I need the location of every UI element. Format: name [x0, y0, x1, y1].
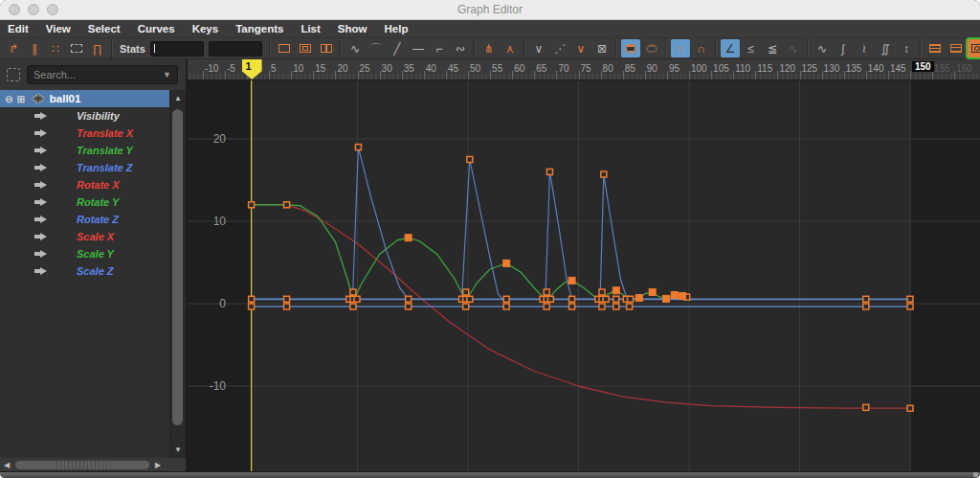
- keyframe[interactable]: [569, 304, 575, 309]
- flat-tangents-button[interactable]: —: [409, 39, 428, 57]
- scroll-up-icon[interactable]: ▲: [170, 94, 186, 102]
- keyframe[interactable]: [249, 202, 255, 208]
- break-tangents-button[interactable]: ⋔: [479, 39, 499, 57]
- normalized-view-button[interactable]: ≦: [763, 39, 782, 57]
- channel-row-translate-z[interactable]: Translate Z: [0, 159, 169, 176]
- keyframe[interactable]: [284, 296, 290, 302]
- free-tangent-weight-button[interactable]: ⋰: [550, 39, 569, 57]
- resize-grip[interactable]: [973, 472, 978, 477]
- value-snap-button[interactable]: ∩: [692, 39, 711, 57]
- current-time-marker[interactable]: 1: [242, 59, 262, 80]
- keyframe[interactable]: [628, 296, 634, 302]
- channel-row-rotate-y[interactable]: Rotate Y: [0, 193, 169, 211]
- keyframe[interactable]: [463, 289, 469, 295]
- keyframe[interactable]: [547, 296, 553, 302]
- absolute-view-button[interactable]: ∠: [721, 39, 740, 57]
- time-ruler[interactable]: -10-551015202530354045505560657075808590…: [188, 59, 980, 80]
- keyframe-selected[interactable]: [662, 295, 669, 302]
- swap-buffer-curve-button[interactable]: [642, 39, 661, 57]
- post-infinity-cycle-offset-button[interactable]: ∬: [876, 39, 895, 57]
- auto-tangent-button[interactable]: ∨: [529, 39, 548, 57]
- step-tangents-button[interactable]: ⌐: [430, 39, 449, 57]
- keyframe[interactable]: [603, 296, 609, 302]
- keyframe[interactable]: [355, 145, 361, 150]
- keyframe-selected[interactable]: [568, 277, 575, 284]
- keyframe-selected[interactable]: [612, 287, 619, 294]
- frame-center-current-time-button[interactable]: [296, 39, 315, 57]
- chevron-down-icon[interactable]: ▼: [163, 70, 171, 80]
- move-nearest-picked-key-tool[interactable]: ↱: [4, 39, 23, 57]
- keyframe[interactable]: [613, 296, 619, 302]
- menu-edit[interactable]: Edit: [8, 23, 29, 34]
- search-input[interactable]: Search... ▼: [27, 65, 178, 84]
- keyframe[interactable]: [907, 304, 913, 309]
- horizontal-scroll-thumb[interactable]: [15, 461, 149, 469]
- post-infinity-cycle-button[interactable]: ≀: [855, 39, 874, 57]
- curve-canvas[interactable]: 20100-10: [188, 80, 980, 471]
- linear-tangents-button[interactable]: ╱: [388, 39, 407, 57]
- keyframe[interactable]: [613, 304, 619, 309]
- keyframe[interactable]: [249, 296, 255, 302]
- keyframe[interactable]: [546, 169, 552, 174]
- pre-infinity-cycle-button[interactable]: ∿: [813, 39, 832, 57]
- lattice-deform-keys-tool[interactable]: ∷: [46, 39, 65, 57]
- unify-tangents-button[interactable]: ⋏: [501, 39, 520, 57]
- tree-item-ball01[interactable]: ⊖ ⊞ ball01: [0, 90, 169, 107]
- auto-frame-button[interactable]: [621, 39, 640, 57]
- vertical-scrollbar[interactable]: ▲ ▼: [169, 90, 186, 458]
- menu-show[interactable]: Show: [338, 23, 368, 34]
- keyframe[interactable]: [599, 289, 605, 295]
- open-dope-sheet-button[interactable]: [925, 39, 945, 57]
- keyframe-selected[interactable]: [671, 291, 678, 298]
- frame-all-button[interactable]: [275, 39, 294, 57]
- channel-row-translate-x[interactable]: Translate X: [0, 125, 169, 142]
- default-tangent-button[interactable]: ∨: [571, 39, 590, 57]
- stats-value-field[interactable]: [209, 41, 262, 57]
- collapse-icon[interactable]: ⊖: [5, 94, 12, 104]
- keyframe-selected[interactable]: [503, 260, 510, 266]
- menu-keys[interactable]: Keys: [192, 23, 219, 34]
- scroll-down-icon[interactable]: ▼: [170, 445, 186, 454]
- minimize-button[interactable]: [28, 4, 39, 15]
- keyframe-selected[interactable]: [405, 235, 412, 241]
- keyframe[interactable]: [599, 304, 605, 309]
- keyframe[interactable]: [601, 171, 607, 177]
- lock-tangent-weight-button[interactable]: ⊠: [592, 39, 612, 57]
- scroll-left-icon[interactable]: ◀: [0, 461, 13, 469]
- channel-row-scale-y[interactable]: Scale Y: [0, 245, 169, 262]
- menu-list[interactable]: List: [301, 23, 320, 34]
- menu-view[interactable]: View: [46, 23, 71, 34]
- insert-keys-tool[interactable]: ∥: [25, 39, 44, 57]
- region-select-keys-tool[interactable]: [67, 39, 86, 57]
- horizontal-scrollbar[interactable]: ◀ ▶: [0, 458, 186, 471]
- vertical-scroll-thumb[interactable]: [172, 109, 183, 425]
- time-snap-button[interactable]: ∩: [671, 39, 690, 57]
- select-filter-icon[interactable]: [7, 68, 20, 81]
- channel-row-translate-y[interactable]: Translate Y: [0, 142, 169, 159]
- channel-row-rotate-z[interactable]: Rotate Z: [0, 211, 169, 228]
- channel-row-rotate-x[interactable]: Rotate X: [0, 176, 169, 193]
- keyframe[interactable]: [350, 289, 356, 295]
- zoom-button[interactable]: [47, 4, 58, 15]
- ghost-curves-button[interactable]: ∿: [784, 39, 803, 57]
- keyframe[interactable]: [544, 289, 549, 295]
- plateau-tangents-button[interactable]: ∾: [451, 39, 470, 57]
- open-trax-editor-button[interactable]: [947, 39, 966, 57]
- stacked-view-button[interactable]: ≤: [742, 39, 761, 57]
- clamped-tangents-button[interactable]: ⌒: [367, 39, 386, 57]
- channel-row-scale-z[interactable]: Scale Z: [0, 262, 169, 280]
- keyframe[interactable]: [863, 404, 869, 410]
- close-button[interactable]: [9, 4, 20, 15]
- retime-tool[interactable]: ∏: [88, 39, 107, 57]
- spline-tangents-button[interactable]: ∿: [345, 39, 365, 57]
- keyframe[interactable]: [863, 296, 869, 302]
- keyframe[interactable]: [467, 296, 473, 302]
- keyframe[interactable]: [863, 304, 869, 309]
- keyframe[interactable]: [406, 296, 412, 302]
- keyframe[interactable]: [284, 202, 290, 208]
- keyframe[interactable]: [354, 296, 360, 302]
- menu-tangents[interactable]: Tangents: [235, 23, 283, 34]
- keyframe-selected[interactable]: [649, 288, 656, 295]
- keyframe-selected[interactable]: [679, 293, 686, 300]
- menu-curves[interactable]: Curves: [138, 23, 175, 34]
